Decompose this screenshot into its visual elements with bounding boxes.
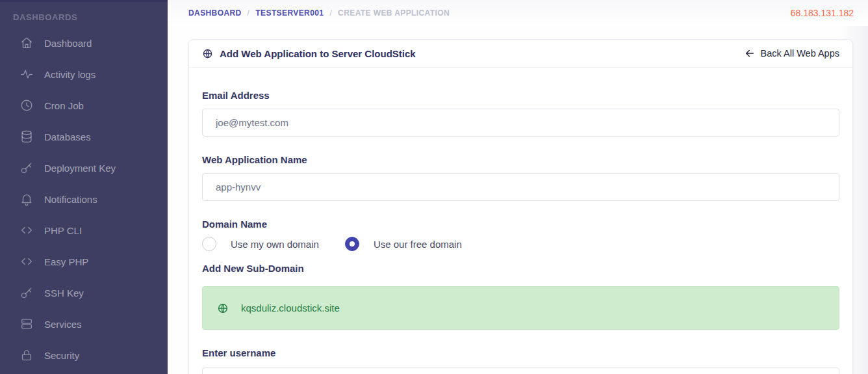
sidebar-item-php-cli[interactable]: PHP CLI xyxy=(0,215,168,246)
sidebar-item-label: Cron Job xyxy=(44,100,84,111)
breadcrumb: DASHBOARD / TESTSERVER001 / CREATE WEB A… xyxy=(188,8,450,18)
code-icon xyxy=(19,223,34,237)
app-name-label: Web Application Name xyxy=(202,154,839,165)
activity-icon xyxy=(19,67,34,81)
sidebar-item-services[interactable]: Services xyxy=(0,308,168,340)
breadcrumb-current-page: CREATE WEB APPLICATION xyxy=(338,8,450,18)
username-field[interactable] xyxy=(202,367,839,374)
arrow-left-icon xyxy=(744,47,756,59)
main-content: DASHBOARD / TESTSERVER001 / CREATE WEB A… xyxy=(168,0,868,374)
breadcrumb-separator: / xyxy=(248,8,250,18)
radio-own-domain-label: Use my own domain xyxy=(231,239,319,250)
sidebar-item-label: Databases xyxy=(44,131,91,142)
app-name-group: Web Application Name xyxy=(202,154,839,201)
globe-icon xyxy=(217,302,229,314)
card-title: Add Web Application to Server CloudStick xyxy=(220,48,416,59)
radio-own-domain[interactable]: Use my own domain xyxy=(202,237,319,251)
server-ip: 68.183.131.182 xyxy=(791,8,854,18)
radio-free-domain-label: Use our free domain xyxy=(374,239,462,250)
sidebar-item-label: Activity logs xyxy=(44,69,96,80)
card-body: Email Address Web Application Name Domai… xyxy=(189,68,852,374)
domain-label: Domain Name xyxy=(202,219,839,230)
breadcrumb-separator: / xyxy=(329,8,332,18)
radio-free-domain[interactable]: Use our free domain xyxy=(345,237,462,251)
home-icon xyxy=(19,36,34,50)
sidebar-item-dashboard[interactable]: Dashboard xyxy=(0,27,168,59)
sidebar-item-activity-logs[interactable]: Activity logs xyxy=(0,59,168,90)
sidebar-item-deployment-key[interactable]: Deployment Key xyxy=(0,152,168,183)
card-header: Add Web Application to Server CloudStick… xyxy=(189,40,852,68)
sidebar-item-label: Easy PHP xyxy=(44,256,88,267)
globe-icon xyxy=(202,48,213,59)
server-icon xyxy=(19,317,34,331)
sidebar-item-label: Security xyxy=(44,350,79,361)
topbar: DASHBOARD / TESTSERVER001 / CREATE WEB A… xyxy=(168,0,868,26)
email-label: Email Address xyxy=(202,90,839,101)
key-icon xyxy=(19,161,34,175)
code-icon xyxy=(19,254,34,269)
back-all-web-apps-link[interactable]: Back All Web Apps xyxy=(744,47,839,59)
domain-group: Domain Name Use my own domain Use our fr… xyxy=(202,219,839,251)
sidebar-item-security[interactable]: Security xyxy=(0,340,168,371)
database-icon xyxy=(19,129,34,144)
subdomain-box: kqsduliz.cloudstick.site xyxy=(202,286,839,330)
domain-radio-row: Use my own domain Use our free domain xyxy=(202,237,839,251)
sidebar-item-notifications[interactable]: Notifications xyxy=(0,183,168,215)
email-field[interactable] xyxy=(202,109,839,137)
sidebar: DASHBOARDS Dashboard Activity logs Cron … xyxy=(0,0,168,374)
sidebar-section-title: DASHBOARDS xyxy=(0,2,168,22)
lock-icon xyxy=(19,348,34,362)
subdomain-value: kqsduliz.cloudstick.site xyxy=(241,302,340,314)
radio-circle-icon xyxy=(202,237,216,251)
bell-icon xyxy=(19,192,34,206)
sidebar-item-cron-job[interactable]: Cron Job xyxy=(0,90,168,121)
sidebar-item-easy-php[interactable]: Easy PHP xyxy=(0,246,168,277)
username-group: Enter username xyxy=(202,347,839,374)
sidebar-item-ssh-key[interactable]: SSH Key xyxy=(0,277,168,308)
sidebar-item-label: Dashboard xyxy=(44,38,92,49)
breadcrumb-server[interactable]: TESTSERVER001 xyxy=(255,8,324,18)
radio-circle-icon xyxy=(345,237,359,251)
subdomain-label: Add New Sub-Domain xyxy=(202,263,839,274)
sidebar-item-databases[interactable]: Databases xyxy=(0,121,168,152)
email-group: Email Address xyxy=(202,90,839,137)
back-link-label: Back All Web Apps xyxy=(761,48,839,59)
sidebar-item-label: Deployment Key xyxy=(44,163,116,174)
sidebar-nav: Dashboard Activity logs Cron Job Databas… xyxy=(0,27,168,371)
add-web-app-card: Add Web Application to Server CloudStick… xyxy=(188,39,853,374)
username-label: Enter username xyxy=(202,347,839,358)
app-name-field[interactable] xyxy=(202,173,839,201)
sidebar-item-label: PHP CLI xyxy=(44,225,82,236)
sidebar-item-label: Services xyxy=(44,319,82,330)
sidebar-item-label: SSH Key xyxy=(44,287,84,299)
clock-icon xyxy=(19,98,34,113)
card-title-wrap: Add Web Application to Server CloudStick xyxy=(202,48,416,59)
subdomain-group: Add New Sub-Domain kqsduliz.cloudstick.s… xyxy=(202,263,839,330)
key-icon xyxy=(19,286,34,300)
sidebar-item-label: Notifications xyxy=(44,194,97,205)
breadcrumb-dashboard[interactable]: DASHBOARD xyxy=(188,8,242,18)
